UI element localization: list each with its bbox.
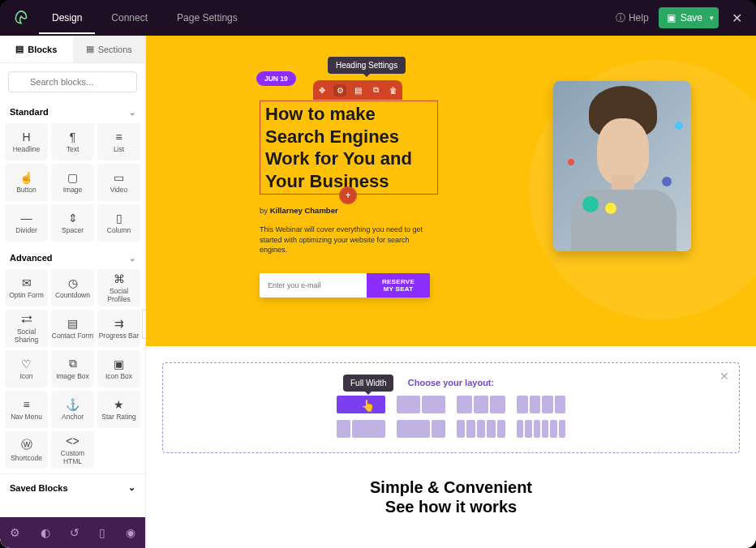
saved-blocks-header[interactable]: Saved Blocks ⌄ bbox=[0, 473, 145, 501]
list-icon: ≡ bbox=[115, 131, 122, 143]
block-label: Icon Box bbox=[105, 373, 132, 380]
help-button[interactable]: ⓘ Help bbox=[606, 11, 659, 25]
column-icon: ▯ bbox=[116, 212, 122, 225]
simple-convenient-heading[interactable]: Simple & Convenient See how it works bbox=[162, 477, 740, 516]
settings-icon[interactable]: ⚙ bbox=[333, 84, 346, 96]
blocks-icon: ▤ bbox=[15, 44, 24, 54]
saved-blocks-label: Saved Blocks bbox=[10, 483, 68, 493]
anchor-icon: ⚓ bbox=[66, 398, 79, 411]
heading-text: How to make Search Engines Work for You … bbox=[265, 103, 432, 192]
shortcode-icon: ⓦ bbox=[21, 438, 32, 452]
close-button[interactable]: ✕ bbox=[727, 11, 746, 26]
email-input[interactable] bbox=[260, 273, 367, 298]
block-item-optin-form[interactable]: ✉Optin Form bbox=[5, 269, 48, 306]
byline[interactable]: by Killarney Chamber bbox=[260, 206, 521, 215]
block-item-social-profiles[interactable]: ⌘Social Profiles bbox=[97, 269, 140, 306]
chevron-down-icon: ⌄ bbox=[129, 254, 135, 263]
heading-block[interactable]: How to make Search Engines Work for You … bbox=[260, 101, 438, 195]
globe-icon[interactable]: ◐ bbox=[41, 526, 50, 539]
layout-option-2col[interactable] bbox=[397, 396, 445, 413]
layout-option-5col[interactable] bbox=[457, 420, 505, 438]
nav-tab-design[interactable]: Design bbox=[39, 2, 95, 34]
layout-option-3col[interactable] bbox=[457, 396, 505, 413]
device-icon[interactable]: ▯ bbox=[99, 526, 105, 539]
sections-icon: ▦ bbox=[86, 44, 94, 54]
block-item-text[interactable]: ¶Text bbox=[51, 123, 94, 161]
section-title-standard: Standard bbox=[10, 107, 49, 117]
top-navbar: Design Connect Page Settings ⓘ Help ▣ Sa… bbox=[0, 0, 756, 36]
help-icon: ⓘ bbox=[616, 11, 625, 25]
layout-picker: ✕ Choose your layout: Full Width bbox=[162, 362, 740, 453]
block-item-contact-form[interactable]: ▤Contact Form bbox=[51, 310, 94, 347]
layers-icon[interactable]: ▤ bbox=[351, 86, 364, 95]
move-icon[interactable]: ✥ bbox=[316, 86, 329, 95]
block-item-star-rating[interactable]: ★Star Rating bbox=[97, 391, 140, 428]
sidebar-tab-blocks[interactable]: ▤ Blocks bbox=[0, 36, 73, 62]
block-item-icon-box[interactable]: ▣Icon Box bbox=[97, 350, 140, 387]
section-header-standard[interactable]: Standard ⌄ bbox=[0, 101, 145, 123]
layout-option-sidebar-right[interactable] bbox=[397, 420, 445, 438]
block-label: Divider bbox=[15, 227, 37, 234]
canvas: JUN 19 Heading Settings ✥ ⚙ ▤ ⧉ 🗑 How to… bbox=[146, 36, 756, 548]
block-item-countdown[interactable]: ◷Countdown bbox=[51, 269, 94, 306]
block-label: Custom HTML bbox=[51, 450, 94, 465]
sidebar-tab-sections[interactable]: ▦ Sections bbox=[73, 36, 146, 62]
layout-option-6col[interactable] bbox=[517, 420, 565, 438]
block-item-nav-menu[interactable]: ≡Nav Menu bbox=[5, 391, 48, 428]
block-item-progress-bar[interactable]: ⇉Progress Bar bbox=[97, 310, 140, 347]
block-item-video[interactable]: ▭Video bbox=[97, 164, 140, 201]
block-item-list[interactable]: ≡List bbox=[97, 123, 140, 161]
image-icon: ▢ bbox=[67, 171, 78, 184]
chevron-down-icon: ⌄ bbox=[129, 108, 135, 117]
block-label: Spacer bbox=[62, 227, 84, 234]
duplicate-icon[interactable]: ⧉ bbox=[369, 85, 382, 95]
headline-icon: H bbox=[22, 131, 30, 143]
app-logo-icon[interactable] bbox=[10, 6, 32, 29]
chevron-down-icon: ⌄ bbox=[128, 482, 135, 493]
block-item-image[interactable]: ▢Image bbox=[51, 164, 94, 201]
settings-icon[interactable]: ⚙ bbox=[10, 526, 20, 539]
block-item-anchor[interactable]: ⚓Anchor bbox=[51, 391, 94, 428]
block-label: Social Profiles bbox=[97, 288, 140, 303]
block-item-divider[interactable]: —Divider bbox=[5, 204, 48, 242]
layout-option-sidebar-left[interactable] bbox=[337, 420, 385, 438]
block-item-icon[interactable]: ♡Icon bbox=[5, 350, 48, 387]
block-label: Contact Form bbox=[52, 332, 94, 340]
layout-option-full[interactable] bbox=[337, 396, 385, 413]
layout-option-4col[interactable] bbox=[517, 396, 565, 413]
block-item-shortcode[interactable]: ⓦShortcode bbox=[5, 431, 48, 469]
hero-photo[interactable] bbox=[553, 81, 691, 251]
add-element-button[interactable]: + bbox=[339, 186, 357, 204]
layout-picker-title: Choose your layout: bbox=[179, 378, 723, 387]
optin-form-icon: ✉ bbox=[22, 276, 32, 289]
blocks-grid-standard: HHeadline¶Text≡List☝Button▢Image▭Video—D… bbox=[0, 123, 145, 246]
search-input[interactable] bbox=[8, 71, 137, 92]
close-icon[interactable]: ✕ bbox=[719, 370, 729, 383]
save-button[interactable]: ▣ Save bbox=[659, 7, 719, 28]
history-icon[interactable]: ↺ bbox=[70, 526, 79, 539]
nav-tab-page-settings[interactable]: Page Settings bbox=[164, 2, 251, 34]
reserve-seat-button[interactable]: RESERVE MY SEAT bbox=[367, 273, 430, 298]
block-item-column[interactable]: ▯Column bbox=[97, 204, 140, 242]
block-item-spacer[interactable]: ⇕Spacer bbox=[51, 204, 94, 242]
section-header-advanced[interactable]: Advanced ⌄ bbox=[0, 246, 145, 269]
nav-tab-connect[interactable]: Connect bbox=[98, 2, 161, 34]
block-item-image-box[interactable]: ⧉Image Box bbox=[51, 350, 94, 387]
delete-icon[interactable]: 🗑 bbox=[387, 86, 400, 95]
preview-icon[interactable]: ◉ bbox=[126, 526, 135, 539]
sc-line2: See how it works bbox=[385, 498, 517, 516]
block-item-social-sharing[interactable]: ⮂Social Sharing bbox=[5, 310, 48, 347]
blocks-grid-advanced: ✉Optin Form◷Countdown⌘Social Profiles⮂So… bbox=[0, 269, 145, 473]
icon-icon: ♡ bbox=[21, 357, 32, 370]
save-label: Save bbox=[681, 12, 702, 24]
sidebar: ▤ Blocks ▦ Sections 🔍 Standard ⌄ bbox=[0, 36, 146, 548]
block-label: Nav Menu bbox=[11, 413, 42, 421]
hero-description[interactable]: This Webinar will cover everything you n… bbox=[260, 225, 438, 255]
byline-author: Killarney Chamber bbox=[270, 206, 338, 215]
block-label: Anchor bbox=[62, 413, 84, 421]
block-item-custom-html[interactable]: <>Custom HTML bbox=[51, 431, 94, 469]
element-edit-toolbar: ✥ ⚙ ▤ ⧉ 🗑 bbox=[313, 80, 402, 100]
sc-line1: Simple & Convenient bbox=[370, 478, 532, 496]
block-item-headline[interactable]: HHeadline bbox=[5, 123, 48, 161]
block-item-button[interactable]: ☝Button bbox=[5, 164, 48, 201]
